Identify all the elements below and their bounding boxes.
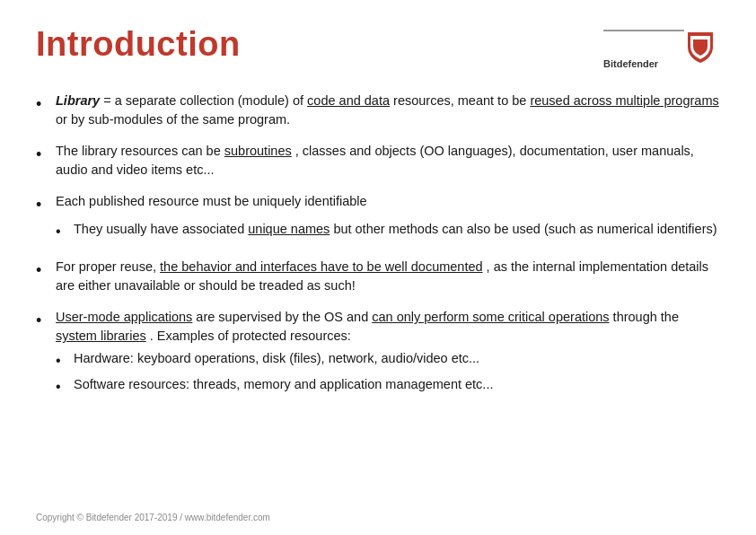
bullet-item-4: • For proper reuse, the behavior and int…	[36, 258, 720, 295]
sub-bullet-text-3-1: They usually have associated unique name…	[74, 220, 717, 239]
bitdefender-logo: Bitdefender	[603, 29, 720, 72]
svg-text:Bitdefender: Bitdefender	[603, 58, 659, 69]
sub-bullet-text-5-2: Software resources: threads, memory and …	[74, 375, 493, 394]
slide-content: • Library = a separate collection (modul…	[36, 92, 720, 400]
sub-bullet-marker-5-2: •	[56, 376, 74, 397]
library-term: Library	[56, 93, 100, 108]
bullet-marker-2: •	[36, 143, 56, 166]
sub-bullet-5-1: • Hardware: keyboard operations, disk (f…	[56, 349, 493, 371]
bullet-text-2: The library resources can be subroutines…	[56, 142, 720, 180]
bullet-text-4: For proper reuse, the behavior and inter…	[56, 258, 720, 295]
sub-bullets-3: • They usually have associated unique na…	[56, 220, 717, 245]
bullet-text-5: User-mode applications are supervised by…	[56, 308, 720, 346]
bullet-marker-3: •	[36, 193, 56, 216]
bullet-item-3: • Each published resource must be unique…	[36, 192, 720, 245]
slide: Introduction Bitdefender • Library = a s…	[0, 0, 756, 535]
bullet-item-2: • The library resources can be subroutin…	[36, 142, 720, 180]
sub-bullet-marker-5-1: •	[56, 350, 74, 371]
slide-title: Introduction	[36, 25, 241, 64]
bullet-marker-1: •	[36, 92, 56, 116]
sub-bullet-3-1: • They usually have associated unique na…	[56, 220, 717, 241]
sub-bullets-5: • Hardware: keyboard operations, disk (f…	[56, 349, 493, 399]
bullet-marker-5: •	[36, 309, 56, 332]
bullet-text-1: Library = a separate collection (module)…	[56, 92, 720, 129]
logo-area: Bitdefender	[603, 29, 720, 72]
bullet-item-1: • Library = a separate collection (modul…	[36, 92, 720, 129]
slide-header: Introduction Bitdefender	[36, 25, 720, 72]
bullet-item-5: • User-mode applications are supervised …	[36, 308, 720, 399]
bullet-marker-4: •	[36, 259, 56, 282]
bullet-text-3: Each published resource must be uniquely…	[56, 192, 367, 211]
sub-bullet-5-2: • Software resources: threads, memory an…	[56, 375, 493, 397]
sub-bullet-marker-3-1: •	[56, 221, 74, 241]
sub-bullet-text-5-1: Hardware: keyboard operations, disk (fil…	[74, 349, 493, 368]
slide-footer: Copyright © Bitdefender 2017-2019 / www.…	[36, 513, 270, 522]
